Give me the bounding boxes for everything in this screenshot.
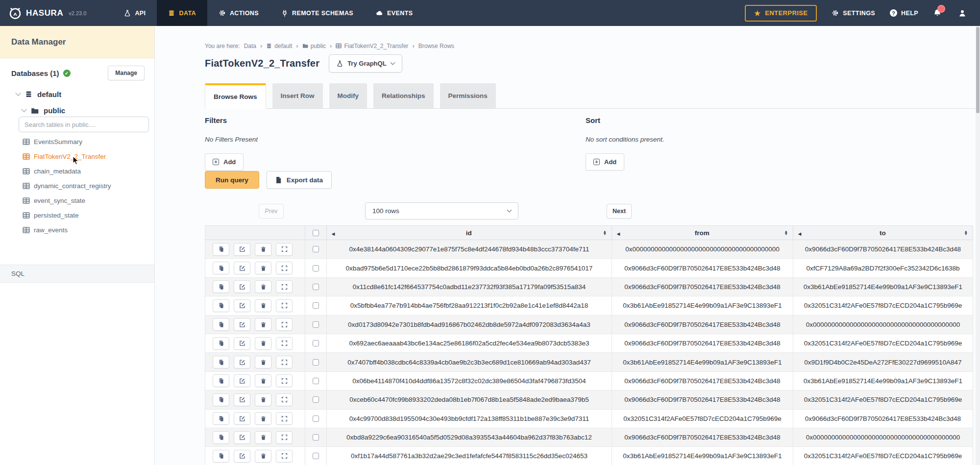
sidebar-table-item[interactable]: dynamic_contract_registry — [23, 178, 150, 193]
sort-icon[interactable] — [603, 230, 607, 236]
user-menu-button[interactable] — [958, 9, 966, 17]
cell-from[interactable]: 0x32051C314f2AFe0E57f8D7cECD204a1C795b96… — [612, 410, 793, 428]
edit-row-button[interactable] — [234, 374, 250, 387]
cell-from[interactable]: 0x9066d3cF60D9f7B705026417E8E533b424Bc3d… — [612, 316, 793, 334]
expand-row-button[interactable] — [276, 393, 293, 406]
sort-icon[interactable] — [784, 230, 788, 236]
cell-to[interactable]: 0x32051C314f2AFe0E57f8D7cECD204a1C795b96… — [793, 296, 973, 315]
sidebar-item-sql[interactable]: SQL — [0, 265, 154, 283]
edit-row-button[interactable] — [234, 318, 250, 331]
delete-row-button[interactable] — [255, 243, 271, 256]
cell-id[interactable]: 0x7407bff4b038cdbc64c8339a4cb0ae9b2c3b3e… — [327, 353, 612, 371]
expand-row-button[interactable] — [276, 431, 293, 444]
row-checkbox[interactable] — [313, 434, 319, 441]
cell-id[interactable]: 0x06be4114870f410d4ddf86a13572c8f32c02dc… — [327, 372, 612, 391]
clone-row-button[interactable] — [213, 450, 229, 463]
clone-row-button[interactable] — [213, 356, 229, 368]
cell-id[interactable]: 0x4c99700d838d1955094c30e493bb9cfdf172a1… — [327, 410, 612, 428]
delete-row-button[interactable] — [255, 280, 271, 293]
collapse-column-icon[interactable] — [798, 229, 801, 237]
expand-row-button[interactable] — [276, 412, 293, 425]
cell-from[interactable]: 0x9066d3cF60D9f7B705026417E8E533b424Bc3d… — [612, 259, 793, 277]
enterprise-button[interactable]: ENTERPRISE — [745, 5, 817, 22]
delete-row-button[interactable] — [255, 356, 271, 368]
row-checkbox[interactable] — [313, 321, 319, 328]
cell-id[interactable]: 0xbad975b6e5d1710ece22b5b8bd2861879f93dd… — [327, 259, 612, 277]
tree-item-default-db[interactable]: default — [16, 90, 61, 98]
delete-row-button[interactable] — [255, 450, 271, 463]
tab[interactable]: Relationships — [373, 83, 434, 108]
breadcrumb-item-public[interactable]: public — [302, 43, 326, 49]
tab[interactable]: Permissions — [440, 83, 496, 108]
row-checkbox[interactable] — [313, 396, 319, 403]
expand-row-button[interactable] — [276, 280, 293, 293]
expand-row-button[interactable] — [276, 374, 293, 387]
cell-id[interactable]: 0x692aec6aeaaab43bc6e134ac25e86186f02a5c… — [327, 334, 612, 353]
chevron-down-icon[interactable] — [21, 106, 26, 112]
expand-row-button[interactable] — [276, 337, 293, 350]
row-checkbox[interactable] — [313, 453, 319, 459]
tab[interactable]: Modify — [329, 83, 368, 108]
scrollbar-thumb[interactable] — [976, 27, 980, 113]
run-query-button[interactable]: Run query — [205, 171, 259, 189]
delete-row-button[interactable] — [255, 412, 271, 425]
sidebar-table-item[interactable]: event_sync_state — [23, 193, 150, 208]
delete-row-button[interactable] — [255, 393, 271, 406]
cell-to[interactable]: 0x3b61AbEe91852714E4e99b09a1AF3e9C13893e… — [793, 372, 973, 391]
add-filter-button[interactable]: Add — [205, 153, 244, 171]
clone-row-button[interactable] — [213, 431, 229, 444]
cell-from[interactable]: 0x9066d3cF60D9f7B705026417E8E533b424Bc3d… — [612, 278, 793, 296]
clone-row-button[interactable] — [213, 243, 229, 256]
header-col-id[interactable]: id — [327, 226, 612, 240]
breadcrumb-item-browse-rows[interactable]: Browse Rows — [418, 43, 454, 49]
sort-icon[interactable] — [964, 230, 968, 236]
cell-from[interactable]: 0x00000000000000000000000000000000000000… — [612, 240, 793, 259]
edit-row-button[interactable] — [234, 393, 250, 406]
cell-to[interactable]: 0xfCF7129A8a69a2BD7f2f300eFc352342D6c163… — [793, 259, 973, 277]
edit-row-button[interactable] — [234, 431, 250, 444]
expand-row-button[interactable] — [276, 318, 293, 331]
tab[interactable]: Insert Row — [272, 83, 323, 108]
expand-row-button[interactable] — [276, 356, 293, 368]
cell-to[interactable]: 0x32051C314f2AFe0E57f8D7cECD204a1C795b96… — [793, 391, 973, 409]
row-checkbox[interactable] — [313, 302, 319, 309]
hasura-brand[interactable]: HASURA v2.23.0 — [0, 7, 93, 20]
cell-to[interactable]: 0x9066d3cF60D9f7B705026417E8E533b424Bc3d… — [793, 240, 973, 259]
tab[interactable]: Browse Rows — [205, 83, 266, 109]
try-graphql-button[interactable]: Try GraphQL — [329, 54, 402, 73]
sidebar-table-item[interactable]: persisted_state — [23, 208, 150, 222]
cell-from[interactable]: 0x9066d3cF60D9f7B705026417E8E533b424Bc3d… — [612, 334, 793, 353]
cell-from[interactable]: 0x9066d3cF60D9f7B705026417E8E533b424Bc3d… — [612, 391, 793, 409]
export-data-button[interactable]: Export data — [267, 171, 332, 189]
sidebar-table-item[interactable]: EventsSummary — [23, 134, 150, 149]
delete-row-button[interactable] — [255, 318, 271, 331]
nav-item-events[interactable]: EVENTS — [365, 0, 424, 26]
cell-to[interactable]: 0x9D1f9D4b0C2e45DeA272FfE30227d9699510A8… — [793, 353, 973, 371]
cell-from[interactable]: 0x3b61AbEe91852714E4e99b09a1AF3e9C13893e… — [612, 353, 793, 371]
notifications-button[interactable] — [933, 9, 942, 18]
edit-row-button[interactable] — [234, 243, 250, 256]
cell-id[interactable]: 0xf1b17a44d587761a3b32d2ae29c3ed1fefafcf… — [327, 447, 612, 465]
cell-to[interactable]: 0x32051C314f2AFe0E57f8D7cECD204a1C795b96… — [793, 447, 973, 465]
cell-from[interactable]: 0x3b61AbEe91852714E4e99b09a1AF3e9C13893e… — [612, 296, 793, 315]
clone-row-button[interactable] — [213, 337, 229, 350]
clone-row-button[interactable] — [213, 262, 229, 274]
clone-row-button[interactable] — [213, 393, 229, 406]
delete-row-button[interactable] — [255, 431, 271, 444]
cell-from[interactable]: 0x9066d3cF60D9f7B705026417E8E533b424Bc3d… — [612, 428, 793, 447]
manage-button[interactable]: Manage — [108, 66, 145, 80]
cell-id[interactable]: 0xceb60c4470fc99b8933202deda08b1eb7f067d… — [327, 391, 612, 409]
clone-row-button[interactable] — [213, 318, 229, 331]
breadcrumb-item-data[interactable]: Data — [244, 43, 256, 49]
cell-to[interactable]: 0x9066d3cF60D9f7B705026417E8E533b424Bc3d… — [793, 410, 973, 428]
prev-page-button[interactable]: Prev — [259, 204, 284, 219]
breadcrumb-item-default[interactable]: default — [266, 43, 292, 49]
header-col-from[interactable]: from — [612, 226, 793, 240]
next-page-button[interactable]: Next — [607, 204, 632, 219]
clone-row-button[interactable] — [213, 374, 229, 387]
cell-to[interactable]: 0x00000000000000000000000000000000000000… — [793, 316, 973, 334]
edit-row-button[interactable] — [234, 280, 250, 293]
sidebar-table-item[interactable]: raw_events — [23, 222, 150, 237]
settings-button[interactable]: SETTINGS — [832, 9, 875, 17]
row-checkbox[interactable] — [313, 378, 319, 384]
